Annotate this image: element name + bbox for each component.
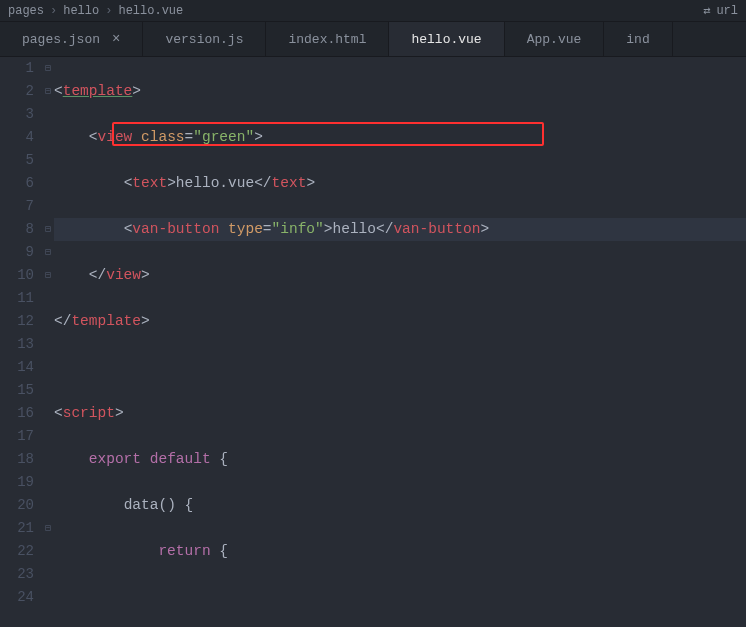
tab-label: version.js — [165, 32, 243, 47]
chevron-right-icon: › — [105, 4, 112, 18]
breadcrumb-file[interactable]: hello.vue — [118, 4, 183, 18]
search-icon: ⇄ — [703, 3, 710, 18]
chevron-right-icon: › — [50, 4, 57, 18]
tab-overflow[interactable]: ind — [604, 22, 672, 56]
tab-pages-json[interactable]: pages.json × — [0, 22, 143, 56]
breadcrumb-folder[interactable]: hello — [63, 4, 99, 18]
fold-column: ⊟⊟⊟⊟⊟⊟ — [42, 57, 54, 627]
close-icon[interactable]: × — [112, 31, 120, 47]
tab-app-vue[interactable]: App.vue — [505, 22, 605, 56]
breadcrumb-root[interactable]: pages — [8, 4, 44, 18]
tab-index-html[interactable]: index.html — [266, 22, 389, 56]
code-area[interactable]: <template> <view class="green"> <text>he… — [54, 57, 746, 627]
tab-label: ind — [626, 32, 649, 47]
url-search[interactable]: ⇄ url — [703, 3, 738, 18]
editor-tabs: pages.json × version.js index.html hello… — [0, 22, 746, 57]
tab-label: App.vue — [527, 32, 582, 47]
breadcrumb: pages › hello › hello.vue ⇄ url — [0, 0, 746, 22]
tab-version-js[interactable]: version.js — [143, 22, 266, 56]
url-label: url — [716, 4, 738, 18]
tab-hello-vue[interactable]: hello.vue — [389, 22, 504, 56]
tab-label: pages.json — [22, 32, 100, 47]
tab-label: index.html — [288, 32, 366, 47]
line-gutter: 123456789101112131415161718192021222324 — [0, 57, 42, 627]
code-editor[interactable]: 123456789101112131415161718192021222324 … — [0, 57, 746, 627]
tab-label: hello.vue — [411, 32, 481, 47]
